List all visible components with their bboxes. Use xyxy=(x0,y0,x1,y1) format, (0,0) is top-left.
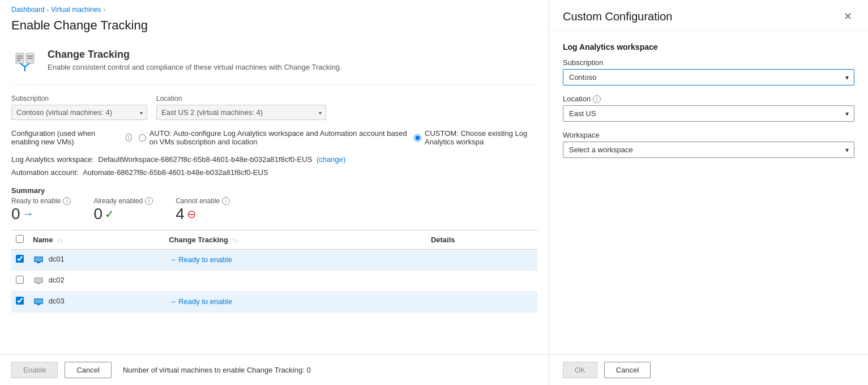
summary-cannot: Cannot enable i 4 ⊖ xyxy=(176,197,230,223)
ready-arrow-dc01: → xyxy=(169,255,176,264)
svg-rect-9 xyxy=(35,258,42,261)
ready-info-icon[interactable]: i xyxy=(63,197,71,205)
svg-rect-13 xyxy=(35,279,42,282)
feature-icon xyxy=(11,49,39,76)
already-info-icon[interactable]: i xyxy=(145,197,153,205)
location-field-group: Location i East US ▾ xyxy=(563,95,854,122)
ok-button: OK xyxy=(563,362,597,378)
feature-header: Change Tracking Enable consistent contro… xyxy=(11,40,537,85)
subscription-field-label: Subscription xyxy=(563,58,854,67)
change-link[interactable]: (change) xyxy=(317,155,345,164)
filters-row: Subscription Contoso (virtual machines: … xyxy=(11,95,537,120)
subscription-dropdown-wrapper: Contoso ▾ xyxy=(563,69,854,85)
table-row: dc03 → Ready to enable xyxy=(11,291,537,312)
th-details: Details xyxy=(426,230,537,249)
summary-cannot-value: 4 ⊖ xyxy=(176,205,230,223)
left-panel: Dashboard › Virtual machines › Enable Ch… xyxy=(0,0,549,385)
panel-footer: OK Cancel xyxy=(549,354,868,385)
th-name: Name ↑↓ xyxy=(28,230,164,249)
subscription-select[interactable]: Contoso (virtual machines: 4) xyxy=(11,105,147,120)
row-dc03-status: → Ready to enable xyxy=(169,297,422,306)
th-change-tracking: Change Tracking ↑↓ xyxy=(164,230,426,249)
close-button[interactable]: ✕ xyxy=(841,9,854,24)
automation-label: Automation account: xyxy=(11,168,79,177)
svg-rect-19 xyxy=(37,304,40,305)
auto-radio[interactable] xyxy=(139,134,146,142)
section-label: Log Analytics workspace xyxy=(563,42,854,52)
row-dc02-status-cell xyxy=(164,270,426,291)
table-row: dc01 → Ready to enable xyxy=(11,249,537,270)
page-title: Enable Change Tracking xyxy=(0,16,549,40)
breadcrumb: Dashboard › Virtual machines › xyxy=(0,0,549,16)
automation-row: Automation account: Automate-68627f8c-65… xyxy=(11,166,537,179)
log-analytics-label: Log Analytics workspace: xyxy=(11,155,94,164)
row-dc01-status-cell: → Ready to enable xyxy=(164,249,426,270)
panel-title: Custom Configuration xyxy=(563,10,672,23)
automation-value: Automate-68627f8c-65b8-4601-b48e-b032a81… xyxy=(83,168,268,177)
workspace-dropdown[interactable]: Select a workspace xyxy=(563,142,854,158)
subscription-dropdown[interactable]: Contoso xyxy=(563,69,854,85)
svg-rect-11 xyxy=(37,262,40,263)
row-dc02-checkbox-cell xyxy=(11,270,28,291)
row-dc01-checkbox[interactable] xyxy=(16,255,24,263)
breadcrumb-virtual-machines[interactable]: Virtual machines xyxy=(51,6,101,14)
auto-radio-label[interactable]: AUTO: Auto-configure Log Analytics works… xyxy=(139,129,407,146)
panel-header: Custom Configuration ✕ xyxy=(549,0,868,31)
summary-already-label: Already enabled i xyxy=(93,197,153,205)
auto-radio-text: AUTO: Auto-configure Log Analytics works… xyxy=(149,129,407,146)
row-dc01-details-cell xyxy=(426,249,537,270)
workspace-field-group: Workspace Select a workspace ▾ xyxy=(563,131,854,158)
cannot-info-icon[interactable]: i xyxy=(222,197,230,205)
vm-icon-dc01 xyxy=(33,254,44,266)
name-sort-icon[interactable]: ↑↓ xyxy=(57,237,63,243)
select-all-checkbox[interactable] xyxy=(16,235,24,243)
log-analytics-value: DefaultWorkspace-68627f8c-65b8-4601-b48e… xyxy=(99,155,313,164)
location-label: Location xyxy=(156,95,326,102)
svg-rect-15 xyxy=(37,283,40,284)
feature-title: Change Tracking xyxy=(48,49,342,61)
feature-description: Enable consistent control and compliance… xyxy=(48,63,342,71)
footer: Enable Cancel Number of virtual machines… xyxy=(0,354,549,385)
breadcrumb-chevron-2: › xyxy=(104,7,105,13)
row-dc03-checkbox[interactable] xyxy=(16,297,24,305)
th-checkbox xyxy=(11,230,28,249)
summary-already-value: 0 ✓ xyxy=(93,205,153,223)
svg-rect-1 xyxy=(17,55,23,57)
row-dc02-checkbox[interactable] xyxy=(16,276,24,284)
location-info-icon[interactable]: i xyxy=(593,95,601,103)
enable-button: Enable xyxy=(11,362,58,378)
table-header-row: Name ↑↓ Change Tracking ↑↓ Details xyxy=(11,230,537,249)
subscription-field-group: Subscription Contoso ▾ xyxy=(563,58,854,85)
workspace-info: Log Analytics workspace: DefaultWorkspac… xyxy=(11,153,537,179)
subscription-select-wrapper: Contoso (virtual machines: 4) ▾ xyxy=(11,105,147,120)
cancel-main-button[interactable]: Cancel xyxy=(65,362,111,378)
location-select-wrapper: East US 2 (virtual machines: 4) ▾ xyxy=(156,105,326,120)
configuration-row: Configuration (used when enabling new VM… xyxy=(11,129,537,146)
row-dc03-status-cell: → Ready to enable xyxy=(164,291,426,312)
cancel-panel-button[interactable]: Cancel xyxy=(604,362,651,378)
panel-body: Log Analytics workspace Subscription Con… xyxy=(549,31,868,354)
row-dc02-details-cell xyxy=(426,270,537,291)
ready-arrow-dc03: → xyxy=(169,297,176,306)
configuration-info-icon[interactable]: i xyxy=(126,134,132,142)
ready-arrow-icon: → xyxy=(23,207,34,220)
custom-radio-text: CUSTOM: Choose existing Log Analytics wo… xyxy=(425,129,537,146)
location-filter-group: Location East US 2 (virtual machines: 4)… xyxy=(156,95,326,120)
location-select[interactable]: East US 2 (virtual machines: 4) xyxy=(156,105,326,120)
row-dc03-checkbox-cell xyxy=(11,291,28,312)
summary-section: Summary Ready to enable i 0 → Already en… xyxy=(11,186,537,223)
custom-radio[interactable] xyxy=(414,134,421,142)
custom-radio-label[interactable]: CUSTOM: Choose existing Log Analytics wo… xyxy=(414,129,537,146)
table-row: dc02 xyxy=(11,270,537,291)
svg-rect-17 xyxy=(35,300,42,303)
summary-ready: Ready to enable i 0 → xyxy=(11,197,71,223)
change-tracking-sort-icon[interactable]: ↑↓ xyxy=(233,237,238,243)
already-check-icon: ✓ xyxy=(105,207,114,221)
breadcrumb-dashboard[interactable]: Dashboard xyxy=(11,6,45,14)
row-dc01-status: → Ready to enable xyxy=(169,255,422,264)
summary-title: Summary xyxy=(11,186,537,195)
row-dc03-name-cell: dc03 xyxy=(28,291,164,312)
location-dropdown[interactable]: East US xyxy=(563,105,854,122)
summary-ready-value: 0 → xyxy=(11,205,71,223)
breadcrumb-chevron-1: › xyxy=(47,7,49,13)
